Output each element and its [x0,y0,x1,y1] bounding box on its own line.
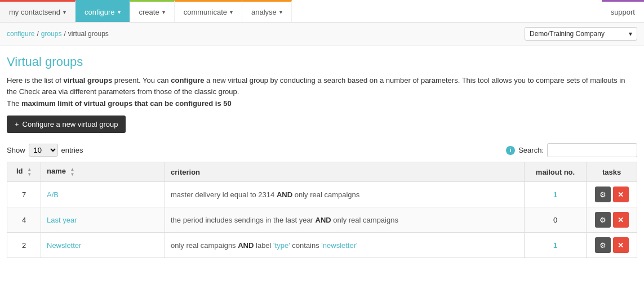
entries-label: entries [61,146,83,154]
table-header-row: Id ▲▼ name ▲▼ criterion mailout no. task… [7,162,637,182]
nav-label-create: create [139,8,159,16]
cell-criterion: master delivery id equal to 2314 AND onl… [165,182,525,207]
search-input[interactable] [547,143,637,157]
company-selector-caret: ▾ [629,30,632,38]
group-name-link[interactable]: Newsletter [47,241,81,250]
settings-button[interactable]: ⚙ [595,187,611,202]
nav-caret-my-contactsend: ▾ [63,9,66,15]
cell-id: 4 [7,207,41,233]
col-header-criterion: criterion [165,162,525,182]
search-label: Search: [518,146,544,154]
settings-button[interactable]: ⚙ [595,212,611,228]
breadcrumb-virtual-groups: virtual groups [68,30,109,38]
breadcrumb-bar: configure / groups / virtual groups Demo… [0,23,644,46]
breadcrumb: configure / groups / virtual groups [7,30,109,38]
search-area: i Search: [506,143,637,157]
nav-label-support: support [611,8,635,16]
nav-item-create[interactable]: create ▾ [130,0,175,22]
settings-button[interactable]: ⚙ [595,237,611,253]
cell-id: 7 [7,182,41,207]
cell-name[interactable]: Last year [41,207,165,233]
cell-criterion: the period includes sendings in the last… [165,207,525,233]
cell-criterion: only real campaigns AND label 'type' con… [165,233,525,258]
nav-item-my-contactsend[interactable]: my contactsend ▾ [0,0,75,22]
search-info-icon[interactable]: i [506,146,515,155]
tasks-buttons: ⚙✕ [592,237,631,253]
cell-name[interactable]: Newsletter [41,233,165,258]
nav-item-support[interactable]: support [602,0,644,22]
breadcrumb-configure[interactable]: configure [7,30,34,38]
table-row: 2Newsletteronly real campaigns AND label… [7,233,637,258]
virtual-groups-table: Id ▲▼ name ▲▼ criterion mailout no. task… [7,162,637,258]
breadcrumb-groups[interactable]: groups [41,30,62,38]
btn-new-label: Configure a new virtual group [23,120,118,128]
nav-bar: my contactsend ▾ configure ▾ create ▾ co… [0,0,644,23]
nav-item-communicate[interactable]: communicate ▾ [175,0,242,22]
col-header-name[interactable]: name ▲▼ [41,162,165,182]
entries-select[interactable]: 10 25 50 100 [29,144,58,157]
nav-label-communicate: communicate [184,8,227,16]
nav-label-my-contactsend: my contactsend [9,8,60,16]
show-entries-control: Show 10 25 50 100 entries [7,144,83,157]
breadcrumb-sep-2: / [64,30,65,38]
limit-text: The maximum limit of virtual groups that… [7,99,637,108]
cell-tasks: ⚙✕ [587,182,637,207]
cell-tasks: ⚙✕ [587,207,637,233]
nav-label-configure: configure [85,8,114,16]
mailout-link[interactable]: 1 [553,190,557,199]
cell-tasks: ⚙✕ [587,233,637,258]
cell-id: 2 [7,233,41,258]
page-description: Here is the list of virtual groups prese… [7,75,637,97]
breadcrumb-sep-1: / [37,30,38,38]
nav-caret-communicate: ▾ [230,9,233,15]
nav-item-analyse[interactable]: analyse ▾ [242,0,292,22]
nav-caret-create: ▾ [162,9,165,15]
sort-arrows-id: ▲▼ [27,167,32,177]
show-label: Show [7,146,25,154]
nav-item-configure[interactable]: configure ▾ [75,0,130,22]
cell-mailout-no[interactable]: 1 [525,182,587,207]
main-content: Virtual groups Here is the list of virtu… [0,46,644,267]
col-header-tasks: tasks [587,162,637,182]
cell-mailout-no: 0 [525,207,587,233]
company-name: Demo/Training Company [530,30,605,38]
cell-mailout-no[interactable]: 1 [525,233,587,258]
col-header-mailout-no: mailout no. [525,162,587,182]
sort-arrows-name: ▲▼ [70,167,75,177]
table-controls: Show 10 25 50 100 entries i Search: [7,143,637,157]
tasks-buttons: ⚙✕ [592,212,631,228]
delete-button[interactable]: ✕ [613,187,629,202]
group-name-link[interactable]: A/B [47,190,59,199]
nav-label-analyse: analyse [251,8,277,16]
group-name-link[interactable]: Last year [47,216,77,224]
cell-name[interactable]: A/B [41,182,165,207]
delete-button[interactable]: ✕ [613,237,629,253]
nav-caret-analyse: ▾ [279,9,282,15]
nav-caret-configure: ▾ [118,9,121,15]
mailout-link[interactable]: 1 [553,241,557,250]
plus-icon: + [15,120,19,128]
table-row: 4Last yearthe period includes sendings i… [7,207,637,233]
table-row: 7A/Bmaster delivery id equal to 2314 AND… [7,182,637,207]
delete-button[interactable]: ✕ [613,212,629,228]
tasks-buttons: ⚙✕ [592,187,631,202]
page-title: Virtual groups [7,55,637,69]
col-header-id[interactable]: Id ▲▼ [7,162,41,182]
company-selector[interactable]: Demo/Training Company ▾ [525,27,637,41]
configure-new-virtual-group-button[interactable]: + Configure a new virtual group [7,116,126,133]
